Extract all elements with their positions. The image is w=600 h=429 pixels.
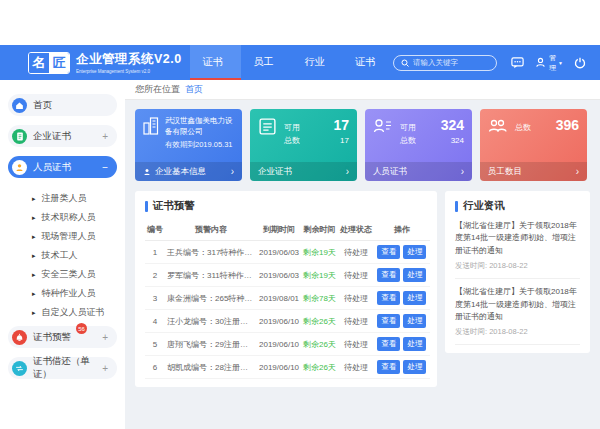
company-certs-footer-link[interactable]: 企业证书 › xyxy=(250,162,357,181)
collapse-minus-icon[interactable]: − xyxy=(102,162,108,173)
breadcrumb-home-link[interactable]: 首页 xyxy=(185,83,203,96)
tab-staff-management[interactable]: 员工管理 xyxy=(241,45,292,80)
cell-actions: 查看处理 xyxy=(374,333,430,356)
header-search[interactable] xyxy=(393,55,497,71)
sidebar-sub-safety-three[interactable]: 安全三类人员 xyxy=(32,265,117,284)
certificate-box-icon xyxy=(258,117,277,146)
cell-remaining: 剩余26天 xyxy=(301,356,338,379)
chevron-right-icon: › xyxy=(576,166,579,177)
sidebar-sub-special-operation[interactable]: 特种作业人员 xyxy=(32,284,117,303)
cell-actions: 查看处理 xyxy=(374,287,430,310)
stat-available-value: 324 xyxy=(441,117,464,133)
app-title-block: 企业管理系统V2.0 Enterprise Management System … xyxy=(76,51,182,74)
sidebar-item-cert-warning[interactable]: 证书预警 56 + xyxy=(8,326,117,348)
main-nav: 证书管理 员工管理 行业资讯 证书统计 xyxy=(190,45,393,80)
sidebar-item-cert-borrow[interactable]: 证书借还（单证） + xyxy=(8,357,117,379)
view-button[interactable]: 查看 xyxy=(377,291,400,305)
breadcrumb-prefix: 您所在位置 xyxy=(135,83,180,96)
cell-expire: 2019/06/03 xyxy=(257,264,301,287)
cell-content: 汪小龙编号：30注册类人... xyxy=(165,310,257,333)
news-item[interactable]: 【湖北省住建厅】关于领取2018年度第14批一级建造师初始、增项注册证书的通知 … xyxy=(455,213,580,279)
view-button[interactable]: 查看 xyxy=(377,314,400,328)
table-row: 6 胡凯成编号：28注册类人... 2019/06/10 剩余26天 待处理 查… xyxy=(145,356,430,379)
home-icon xyxy=(12,98,27,113)
search-input[interactable] xyxy=(413,58,493,67)
message-icon[interactable] xyxy=(511,57,524,69)
view-button[interactable]: 查看 xyxy=(377,360,400,374)
handle-button[interactable]: 处理 xyxy=(403,268,426,282)
power-icon[interactable] xyxy=(574,57,586,69)
content-row: 证书预警 编号 预警内容 到期时间 剩余时间 处理状态 操作 xyxy=(125,183,600,395)
tab-industry-news[interactable]: 行业资讯 xyxy=(291,45,342,80)
stat-total-value: 396 xyxy=(556,117,579,133)
expand-plus-icon[interactable]: + xyxy=(102,363,108,374)
cell-remaining: 剩余26天 xyxy=(301,310,338,333)
industry-news-title: 行业资讯 xyxy=(463,199,505,213)
card-footer-label: 企业证书 xyxy=(258,166,292,178)
table-row: 1 王兵编号：317特种作业... 2019/06/03 剩余19天 待处理 查… xyxy=(145,241,430,264)
col-remaining: 剩余时间 xyxy=(301,219,338,241)
handle-button[interactable]: 处理 xyxy=(403,360,426,374)
handle-button[interactable]: 处理 xyxy=(403,245,426,259)
cell-expire: 2019/06/10 xyxy=(257,310,301,333)
view-button[interactable]: 查看 xyxy=(377,337,400,351)
view-button[interactable]: 查看 xyxy=(377,245,400,259)
cell-status: 待处理 xyxy=(338,287,374,310)
stat-label: 总数 xyxy=(284,135,300,146)
cell-content: 罗军编号：311特种作业... xyxy=(165,264,257,287)
sidebar-sub-technical-worker[interactable]: 技术工人 xyxy=(32,246,117,265)
cell-status: 待处理 xyxy=(338,356,374,379)
sidebar-item-label: 首页 xyxy=(33,99,52,112)
search-icon xyxy=(401,59,409,67)
table-row: 5 唐翔飞编号：29注册类人... 2019/06/10 剩余26天 待处理 查… xyxy=(145,333,430,356)
chevron-right-icon: › xyxy=(461,166,464,177)
news-item-date: 发送时间: 2018-08-22 xyxy=(455,261,580,271)
staff-count-footer-link[interactable]: 员工数目 › xyxy=(480,162,587,181)
handle-button[interactable]: 处理 xyxy=(403,337,426,351)
cell-expire: 2019/06/10 xyxy=(257,333,301,356)
stat-total-value: 324 xyxy=(451,136,464,145)
person-certs-footer-link[interactable]: 人员证书 › xyxy=(365,162,472,181)
col-expire: 到期时间 xyxy=(257,219,301,241)
sidebar-sub-technical-title[interactable]: 技术职称人员 xyxy=(32,208,117,227)
cell-actions: 查看处理 xyxy=(374,264,430,287)
cell-status: 待处理 xyxy=(338,241,374,264)
sidebar-item-person-cert[interactable]: 人员证书 − xyxy=(8,156,117,178)
sidebar-sub-custom-cert[interactable]: 自定义人员证书 xyxy=(32,303,117,322)
sidebar-item-label: 企业证书 xyxy=(33,130,71,143)
logo-char-left: 名 xyxy=(29,53,49,73)
news-date-label: 发送时间: xyxy=(455,261,487,270)
card-staff-count: 总数 396 员工数目 › xyxy=(480,109,587,181)
sidebar-sub-registered[interactable]: 注册类人员 xyxy=(32,189,117,208)
sidebar-item-label: 证书预警 xyxy=(33,331,71,344)
title-bar-accent xyxy=(455,201,458,212)
expand-plus-icon[interactable]: + xyxy=(102,131,108,142)
person-icon xyxy=(12,160,27,175)
cell-remaining: 剩余19天 xyxy=(301,264,338,287)
expand-plus-icon[interactable]: + xyxy=(102,332,108,343)
breadcrumb: 您所在位置 首页 xyxy=(125,80,600,100)
person-list-icon xyxy=(373,117,393,146)
company-validity: 有效期到2019.05.31 xyxy=(165,140,236,150)
handle-button[interactable]: 处理 xyxy=(403,291,426,305)
sidebar-item-company-cert[interactable]: 企业证书 + xyxy=(8,125,117,147)
cell-status: 待处理 xyxy=(338,333,374,356)
cell-no: 4 xyxy=(145,310,165,333)
app-title: 企业管理系统V2.0 xyxy=(76,51,182,68)
industry-news-panel: 行业资讯 【湖北省住建厅】关于领取2018年度第14批一级建造师初始、增项注册证… xyxy=(445,191,590,353)
cell-remaining: 剩余19天 xyxy=(301,241,338,264)
exchange-icon xyxy=(12,361,27,376)
user-menu[interactable]: 管理 ▼ xyxy=(535,53,563,73)
app-logo: 名 匠 xyxy=(28,52,70,74)
tab-cert-statistics[interactable]: 证书统计 xyxy=(342,45,393,80)
tab-cert-management[interactable]: 证书管理 xyxy=(190,45,241,80)
news-item[interactable]: 【湖北省住建厅】关于领取2018年度第14批一级建造师初始、增项注册证书的通知 … xyxy=(455,279,580,345)
chevron-right-icon: › xyxy=(231,166,234,177)
sidebar-item-home[interactable]: 首页 xyxy=(8,94,117,116)
view-button[interactable]: 查看 xyxy=(377,268,400,282)
card-person-certs: 可用 324 总数 324 人员证书 › xyxy=(365,109,472,181)
company-info-footer-link[interactable]: 企业基本信息 › xyxy=(135,162,242,181)
chevron-down-icon: ▼ xyxy=(558,60,563,66)
sidebar-sub-site-management[interactable]: 现场管理人员 xyxy=(32,227,117,246)
handle-button[interactable]: 处理 xyxy=(403,314,426,328)
